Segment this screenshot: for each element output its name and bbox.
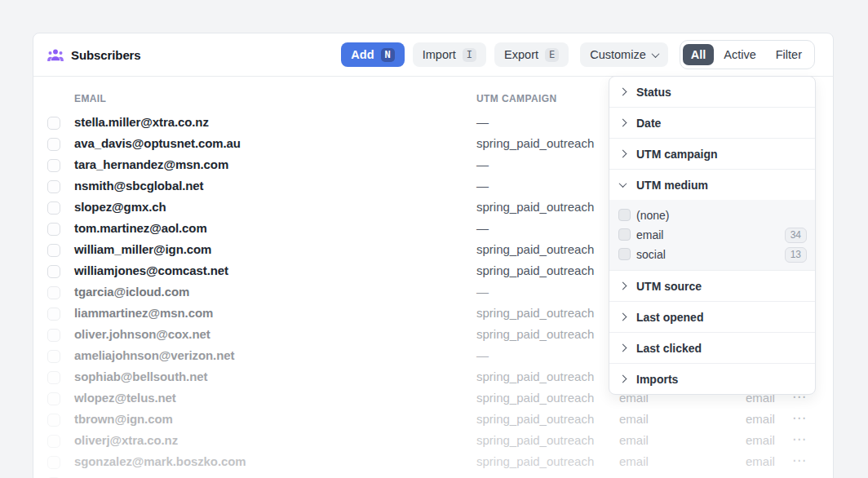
row-checkbox[interactable] [47,223,60,236]
subscriber-email[interactable]: oliver.johnson@cox.net [74,327,210,341]
subscriber-email[interactable]: tara_hernandez@msn.com [74,157,228,171]
row-checkbox[interactable] [47,159,60,172]
view-segmented-control: All Active Filter [680,40,815,69]
utm-medium-cell: email [619,412,649,426]
subscriber-email[interactable]: slopez@gmx.ch [74,200,166,214]
filter-panel-item[interactable]: UTM medium [609,170,815,200]
subscribers-card: Subscribers Add N Import I Export E Cust… [33,33,834,478]
filter-panel-item[interactable]: Imports [609,364,815,394]
filter-panel-item[interactable]: Last opened [609,302,815,332]
subscriber-email[interactable]: nsmith@sbcglobal.net [74,179,203,193]
title-wrap: Subscribers [47,48,141,62]
subscriber-email[interactable]: ava_davis@optusnet.com.au [74,136,241,150]
utm-source-cell: email [746,454,775,468]
subscriber-email[interactable]: oliverj@xtra.co.nz [74,433,178,447]
chevron-icon [619,313,627,321]
row-checkbox[interactable] [47,329,60,342]
export-button-label: Export [504,48,538,61]
subscriber-email[interactable]: wlopez@telus.net [74,391,176,405]
row-checkbox[interactable] [47,286,60,299]
filter-panel-item-label: Imports [636,373,678,386]
add-button[interactable]: Add N [341,42,404,67]
utm-campaign-cell: — [476,221,489,235]
row-checkbox[interactable] [47,371,60,384]
export-button[interactable]: Export E [494,42,569,67]
segment-active[interactable]: Active [714,44,766,65]
customize-button-label: Customize [590,48,646,61]
filter-panel-section: Date [609,107,815,138]
row-checkbox[interactable] [47,138,60,151]
filter-option-checkbox[interactable] [618,209,631,221]
table-row: sgonzalez@mark.boszko.com spring_paid_ou… [33,452,833,473]
subscriber-email[interactable]: sophiab@bellsouth.net [74,370,207,383]
filter-panel-item-label: UTM source [636,280,702,293]
subscriber-email[interactable]: liammartinez@msn.com [74,306,213,320]
filter-option-checkbox[interactable] [618,228,631,241]
subscriber-email[interactable]: ameliajohnson@verizon.net [74,348,234,362]
row-checkbox[interactable] [47,414,60,427]
filter-panel-item[interactable]: Date [609,108,815,138]
row-actions-button[interactable]: ⋯ [792,431,807,448]
subscriber-email[interactable]: tom.martinez@aol.com [74,221,207,235]
chevron-icon [619,344,627,352]
utm-medium-cell: email [619,433,649,447]
filter-panel-section: UTM source [609,270,815,301]
row-checkbox[interactable] [47,308,60,321]
import-button[interactable]: Import I [413,42,486,67]
table-row: oliverj@xtra.co.nz spring_paid_outreach … [33,431,833,452]
utm-campaign-cell: spring_paid_outreach [476,242,594,256]
filter-option[interactable]: (none) [609,206,815,225]
utm-campaign-cell: spring_paid_outreach [476,306,594,320]
subscriber-email[interactable]: tbrown@ign.com [74,412,173,426]
filter-panel-section: UTM medium (none) email 34 social 13 [609,169,815,270]
filter-option-checkbox[interactable] [618,248,631,260]
filter-option[interactable]: social 13 [609,245,815,264]
utm-source-cell: email [746,412,775,426]
subscriber-email[interactable]: sgonzalez@mark.boszko.com [74,454,246,468]
segment-all[interactable]: All [683,44,715,65]
chevron-down-icon [651,50,659,58]
filter-panel-item[interactable]: UTM campaign [609,139,815,169]
filter-panel-item-label: Date [636,117,661,130]
row-checkbox[interactable] [47,244,60,257]
utm-medium-cell: email [619,454,649,468]
chevron-icon [619,119,627,127]
utm-campaign-cell: spring_paid_outreach [476,327,594,341]
utm-campaign-cell: spring_paid_outreach [476,263,594,277]
segment-filter[interactable]: Filter [766,44,812,65]
row-actions-button[interactable]: ⋯ [792,452,807,469]
import-button-label: Import [423,48,456,61]
row-checkbox[interactable] [47,180,60,193]
row-checkbox[interactable] [47,350,60,363]
row-actions-button[interactable]: ⋯ [792,473,807,478]
chevron-icon [619,150,627,158]
row-actions-button[interactable]: ⋯ [792,409,807,427]
row-checkbox[interactable] [47,117,60,130]
filter-panel-item[interactable]: Status [609,77,815,107]
filter-options-group: (none) email 34 social 13 [609,200,815,270]
subscriber-email[interactable]: tgarcia@icloud.com [74,285,189,299]
subscriber-email[interactable]: williamjones@comcast.net [74,263,228,277]
filter-panel-item-label: Last opened [636,311,703,324]
row-checkbox[interactable] [47,265,60,278]
subscriber-email[interactable]: stella.miller@xtra.co.nz [74,115,209,129]
filter-panel-item[interactable]: Last clicked [609,333,815,363]
filter-option-count-badge: 34 [785,228,807,243]
add-button-label: Add [351,48,374,61]
users-icon [47,48,64,62]
filter-panel-item-label: UTM medium [636,179,708,192]
row-checkbox[interactable] [47,435,60,448]
filter-option[interactable]: email 34 [609,225,815,245]
row-checkbox[interactable] [47,201,60,215]
filter-panel-section: Status [609,77,815,107]
utm-campaign-cell: spring_paid_outreach [476,136,594,150]
row-checkbox[interactable] [47,456,60,469]
row-checkbox[interactable] [47,392,60,405]
customize-button[interactable]: Customize [580,42,668,67]
utm-campaign-cell: — [476,179,489,193]
filter-panel-item[interactable]: UTM source [609,271,815,301]
filter-option-label: email [636,228,663,241]
subscriber-email[interactable]: william_miller@ign.com [74,242,211,256]
filter-panel-item-label: Last clicked [636,342,702,355]
column-header-utm-campaign: UTM CAMPAIGN [476,93,557,104]
